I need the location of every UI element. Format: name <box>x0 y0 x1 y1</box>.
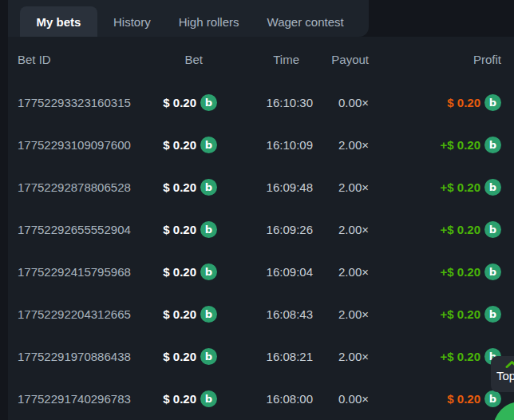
header-bet-id: Bet ID <box>18 53 136 66</box>
bet-amount: $ 0.20 <box>163 138 196 152</box>
bet-id-cell: 17752292415795968 <box>18 265 136 279</box>
table-row[interactable]: 17752292878806528 $ 0.20 b 16:09:48 2.00… <box>8 166 514 208</box>
bet-amount-cell: $ 0.20 b <box>136 94 217 111</box>
table-row[interactable]: 17752293109097600 $ 0.20 b 16:10:09 2.00… <box>8 124 514 166</box>
time-cell: 16:10:30 <box>217 96 313 109</box>
bet-id-cell: 17752293109097600 <box>18 138 136 152</box>
profit-amount: +$ 0.20 <box>441 350 480 363</box>
bet-id-cell: 17752291740296783 <box>18 392 136 406</box>
bet-id-cell: 17752293323160315 <box>18 96 136 109</box>
bet-amount-cell: $ 0.20 b <box>136 221 217 238</box>
time-cell: 16:09:48 <box>217 180 313 194</box>
profit-cell: +$ 0.20 b <box>369 348 501 365</box>
currency-coin-icon: b <box>484 263 501 280</box>
profit-amount: $ 0.20 <box>447 96 480 109</box>
currency-coin-icon: b <box>484 390 501 407</box>
currency-coin-icon: b <box>200 137 217 153</box>
chevron-up-icon <box>505 361 514 368</box>
currency-coin-icon: b <box>484 137 501 153</box>
time-cell: 16:09:26 <box>217 223 313 236</box>
currency-coin-icon: b <box>200 94 217 111</box>
bet-amount-cell: $ 0.20 b <box>136 263 217 280</box>
bet-amount: $ 0.20 <box>163 350 196 363</box>
tab-high-rollers[interactable]: High rollers <box>167 6 251 37</box>
time-cell: 16:08:00 <box>217 392 313 406</box>
scroll-to-top-label: Top <box>496 369 514 382</box>
currency-coin-icon: b <box>200 179 217 196</box>
tab-my-bets[interactable]: My bets <box>20 6 97 37</box>
table-row[interactable]: 17752292204312665 $ 0.20 b 16:08:43 2.00… <box>8 293 514 335</box>
profit-amount: +$ 0.20 <box>441 138 480 152</box>
currency-coin-icon: b <box>200 348 217 365</box>
table-body: 17752293323160315 $ 0.20 b 16:10:30 0.00… <box>8 81 514 420</box>
bet-amount-cell: $ 0.20 b <box>136 390 217 407</box>
payout-cell: 0.00× <box>313 392 369 406</box>
time-cell: 16:09:04 <box>217 265 313 279</box>
profit-cell: +$ 0.20 b <box>369 137 501 153</box>
profit-cell: +$ 0.20 b <box>369 306 501 323</box>
time-cell: 16:08:43 <box>217 307 313 321</box>
profit-amount: +$ 0.20 <box>441 223 480 236</box>
header-time: Time <box>217 53 313 66</box>
time-cell: 16:10:09 <box>217 138 313 152</box>
currency-coin-icon: b <box>484 221 501 238</box>
bet-id-cell: 17752292204312665 <box>18 307 136 321</box>
payout-cell: 2.00× <box>313 223 369 236</box>
bet-amount-cell: $ 0.20 b <box>136 179 217 196</box>
payout-cell: 2.00× <box>313 180 369 194</box>
bet-amount: $ 0.20 <box>163 265 196 279</box>
bet-id-cell: 17752292878806528 <box>18 180 136 194</box>
time-cell: 16:08:21 <box>217 350 313 363</box>
header-payout: Payout <box>313 53 369 66</box>
bet-amount-cell: $ 0.20 b <box>136 137 217 153</box>
bets-table: Bet ID Bet Time Payout Profit 1775229332… <box>8 37 514 420</box>
header-profit: Profit <box>369 53 501 66</box>
profit-cell: +$ 0.20 b <box>369 221 501 238</box>
header-bet: Bet <box>136 53 217 66</box>
bet-id-cell: 17752292655552904 <box>18 223 136 236</box>
table-row[interactable]: 17752291970886438 $ 0.20 b 16:08:21 2.00… <box>8 335 514 378</box>
currency-coin-icon: b <box>200 390 217 407</box>
bet-id-cell: 17752291970886438 <box>18 350 136 363</box>
payout-cell: 2.00× <box>313 307 369 321</box>
payout-cell: 2.00× <box>313 350 369 363</box>
bet-amount: $ 0.20 <box>163 307 196 321</box>
profit-cell: $ 0.20 b <box>369 390 501 407</box>
profit-amount: +$ 0.20 <box>441 265 480 279</box>
currency-coin-icon: b <box>200 306 217 323</box>
table-header-row: Bet ID Bet Time Payout Profit <box>8 37 514 81</box>
payout-cell: 2.00× <box>313 265 369 279</box>
table-row[interactable]: 17752293323160315 $ 0.20 b 16:10:30 0.00… <box>8 81 514 124</box>
bets-tab-bar: My bets History High rollers Wager conte… <box>8 0 369 37</box>
bet-amount: $ 0.20 <box>163 223 196 236</box>
currency-coin-icon: b <box>200 221 217 238</box>
table-row[interactable]: 17752292415795968 $ 0.20 b 16:09:04 2.00… <box>8 251 514 293</box>
tab-history[interactable]: History <box>97 6 167 37</box>
bet-amount-cell: $ 0.20 b <box>136 348 217 365</box>
profit-amount: $ 0.20 <box>447 392 480 406</box>
profit-amount: +$ 0.20 <box>441 180 480 194</box>
bet-amount: $ 0.20 <box>163 96 196 109</box>
table-row[interactable]: 17752292655552904 $ 0.20 b 16:09:26 2.00… <box>8 208 514 251</box>
tab-wager-contest[interactable]: Wager contest <box>251 6 360 37</box>
profit-amount: +$ 0.20 <box>441 307 480 321</box>
profit-cell: +$ 0.20 b <box>369 263 501 280</box>
payout-cell: 0.00× <box>313 96 369 109</box>
profit-cell: +$ 0.20 b <box>369 179 501 196</box>
profit-cell: $ 0.20 b <box>369 94 501 111</box>
payout-cell: 2.00× <box>313 138 369 152</box>
currency-coin-icon: b <box>200 263 217 280</box>
currency-coin-icon: b <box>484 306 501 323</box>
currency-coin-icon: b <box>484 179 501 196</box>
scroll-to-top-button[interactable]: Top <box>491 356 514 392</box>
bet-amount: $ 0.20 <box>163 180 196 194</box>
table-row[interactable]: 17752291740296783 $ 0.20 b 16:08:00 0.00… <box>8 378 514 420</box>
bet-amount-cell: $ 0.20 b <box>136 306 217 323</box>
currency-coin-icon: b <box>484 94 501 111</box>
bet-amount: $ 0.20 <box>163 392 196 406</box>
